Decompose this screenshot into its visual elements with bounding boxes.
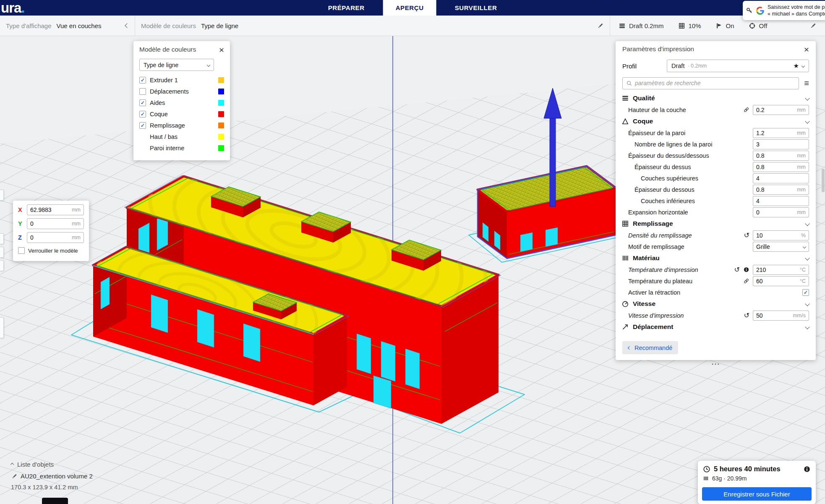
setting-checkbox[interactable]: ✓ [802, 289, 809, 296]
setting-dropdown[interactable]: Grille [753, 242, 809, 252]
setting-value-box[interactable]: 60°C [753, 276, 809, 286]
settings-category[interactable]: Qualité [616, 92, 816, 104]
settings-category[interactable]: Déplacement [616, 321, 816, 333]
summary-adhesion[interactable]: Off [749, 22, 768, 29]
pencil-icon[interactable] [597, 22, 604, 29]
setting-visibility-icon[interactable]: ≡ [804, 78, 809, 88]
setting-value-box[interactable]: 0.8mm [753, 151, 809, 161]
color-row-label: Paroi interne [150, 145, 214, 151]
color-row-checkbox[interactable]: ✓ [139, 122, 146, 129]
color-row-checkbox[interactable] [139, 88, 146, 95]
color-row-checkbox[interactable]: ✓ [139, 111, 146, 118]
star-icon[interactable]: ★ [794, 62, 799, 70]
position-input-y[interactable]: mm [27, 218, 84, 229]
clock-icon [703, 465, 710, 473]
object-list: Liste d'objets AU20_extention volume 2 1… [11, 461, 93, 491]
close-icon[interactable]: × [219, 45, 224, 54]
settings-category-label: Déplacement [633, 323, 802, 331]
profile-dropdown[interactable]: Draft · 0.2mm ★ [667, 60, 809, 72]
settings-list: QualitéHauteur de la couche0.2mmCoqueÉpa… [616, 91, 816, 333]
left-tool-sliver[interactable] [0, 317, 4, 338]
summary-profile[interactable]: Draft 0.2mm [619, 22, 664, 29]
setting-row: Température d'impression↺210°C [616, 264, 816, 275]
setting-value-box[interactable]: 0.8mm [753, 185, 809, 195]
setting-value-box[interactable]: 10% [753, 230, 809, 240]
recommended-button[interactable]: Recommandé [622, 341, 678, 354]
color-scheme-row: ✓Aides [133, 97, 230, 108]
color-row-checkbox[interactable]: ✓ [139, 99, 146, 106]
revert-icon[interactable]: ↺ [744, 312, 749, 319]
scrollbar-thumb[interactable] [822, 169, 825, 192]
setting-value-box[interactable]: 1.2mm [753, 128, 809, 138]
material-icon [621, 254, 629, 262]
tab-apercu[interactable]: APERÇU [383, 0, 436, 16]
settings-search[interactable] [622, 77, 799, 89]
info-icon[interactable] [803, 465, 811, 473]
left-tool-sliver[interactable] [0, 233, 4, 244]
model-large[interactable] [63, 95, 509, 424]
summary-infill[interactable]: 10% [678, 22, 701, 29]
position-input-z[interactable]: mm [27, 232, 84, 243]
collapse-chevron-icon[interactable] [125, 23, 129, 28]
search-input[interactable] [635, 80, 795, 86]
google-password-popup[interactable]: Saisissez votre mot de pas « michael » d… [743, 1, 825, 20]
position-value-x[interactable] [30, 206, 72, 213]
setting-row: Hauteur de la couche0.2mm [616, 104, 816, 115]
profile-label: Profil [622, 63, 667, 70]
color-scheme-row: Paroi interne [133, 142, 230, 154]
support-icon [715, 22, 723, 29]
summary-support[interactable]: On [715, 22, 734, 29]
setting-value-box[interactable]: 0mm [753, 207, 809, 217]
line-type-dropdown[interactable]: Type de ligne [139, 59, 214, 71]
setting-value-box[interactable]: 210°C [753, 265, 809, 275]
setting-label: Expansion horizontale [628, 209, 753, 216]
setting-label: Épaisseur de la paroi [628, 130, 753, 136]
settings-category[interactable]: Vitesse [616, 298, 816, 310]
settings-category[interactable]: Coque [616, 115, 816, 127]
setting-value-box[interactable]: 0.8mm [753, 162, 809, 172]
close-icon[interactable]: × [804, 45, 809, 54]
setting-value-box[interactable]: 3 [753, 139, 809, 149]
revert-icon[interactable]: ↺ [734, 266, 740, 273]
setting-value-box[interactable]: 0.2mm [753, 105, 809, 115]
position-value-y[interactable] [30, 220, 72, 227]
material-icon [703, 475, 709, 481]
color-swatch [218, 89, 224, 94]
tab-preparer[interactable]: PRÉPARER [316, 0, 377, 16]
settings-category-label: Qualité [633, 94, 802, 102]
position-input-x[interactable]: mm [27, 204, 84, 215]
view-type-dropdown[interactable]: Vue en couches [57, 22, 102, 29]
setting-row: Épaisseur du dessous0.8mm [616, 184, 816, 195]
lock-model-checkbox[interactable] [18, 247, 25, 254]
revert-icon[interactable]: ↺ [744, 232, 749, 239]
chevron-down-icon [805, 96, 809, 100]
settings-category[interactable]: Matériau [616, 252, 816, 264]
pencil-icon[interactable] [809, 22, 817, 29]
setting-row: Température du plateau60°C [616, 275, 816, 287]
setting-value-box[interactable]: 4 [753, 196, 809, 206]
save-to-file-button[interactable]: Enregistrer sous Fichier [702, 487, 812, 501]
color-row-label: Aides [150, 99, 214, 106]
object-list-toggle[interactable]: Liste d'objets [11, 461, 93, 468]
setting-value-box[interactable]: 4 [753, 173, 809, 183]
left-tool-sliver[interactable] [0, 260, 4, 271]
tab-surveiller[interactable]: SURVEILLER [442, 0, 510, 16]
color-row-label: Déplacements [150, 88, 214, 95]
color-row-label: Haut / bas [150, 133, 214, 140]
object-list-item[interactable]: AU20_extention volume 2 [11, 473, 93, 480]
setting-row: Épaisseur de la paroi1.2mm [616, 127, 816, 138]
settings-category-label: Vitesse [633, 300, 802, 308]
chevron-down-icon [805, 324, 809, 329]
position-value-z[interactable] [30, 234, 72, 241]
settings-category[interactable]: Remplissage [616, 218, 816, 230]
color-swatch [218, 134, 224, 140]
color-scheme-dropdown[interactable]: Type de ligne [201, 22, 238, 29]
left-tool-sliver[interactable] [0, 247, 4, 258]
setting-row: Motif de remplissageGrille [616, 241, 816, 252]
color-row-checkbox[interactable]: ✓ [139, 77, 146, 84]
left-tool-sliver[interactable] [0, 190, 4, 201]
color-panel-title: Modèle de couleurs [139, 46, 219, 53]
setting-value-box[interactable]: 50mm/s [753, 311, 809, 321]
model-small[interactable] [478, 166, 616, 259]
panel-resize-handle[interactable]: ⋯ [711, 359, 720, 369]
